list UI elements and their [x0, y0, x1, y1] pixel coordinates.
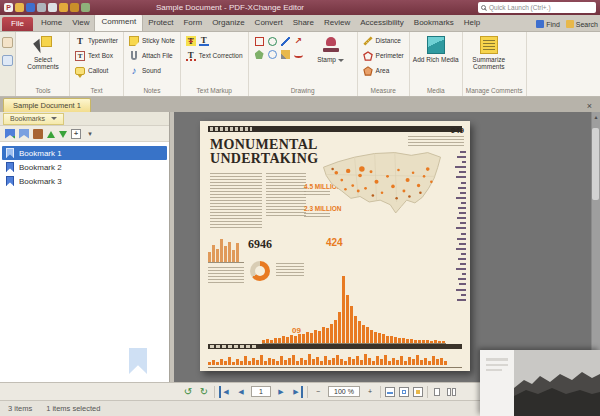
scrollbar-thumb[interactable] [592, 128, 599, 200]
bookmark-item[interactable]: Bookmark 1 [2, 146, 167, 160]
pencil-tool-icon[interactable] [281, 50, 290, 59]
last-page-button[interactable]: ▶ [291, 386, 303, 398]
vertical-scrollbar[interactable]: ▲ ▼ [591, 112, 600, 382]
tab-view[interactable]: View [67, 16, 94, 31]
sound-button[interactable]: ♪Sound [127, 63, 177, 78]
polygon-tool-icon[interactable] [255, 50, 264, 59]
histogram-bar [286, 337, 289, 343]
area-button[interactable]: Area [361, 63, 406, 78]
next-page-button[interactable]: ▶ [275, 386, 287, 398]
histogram-bar [300, 358, 303, 365]
tab-bookmarks[interactable]: Bookmarks [409, 16, 459, 31]
close-document-icon[interactable]: × [582, 101, 597, 112]
ellipse-tool-icon[interactable] [268, 37, 277, 46]
bookmark-icon [6, 162, 14, 172]
document-tab[interactable]: Sample Document 1 [3, 98, 91, 112]
histogram-bar [292, 355, 295, 365]
print-icon[interactable] [37, 3, 46, 12]
add-child-bookmark-icon[interactable] [19, 129, 29, 139]
histogram-bar [416, 355, 419, 365]
email-icon[interactable] [48, 3, 57, 12]
tab-share[interactable]: Share [288, 16, 319, 31]
two-page-view-button[interactable] [446, 387, 456, 397]
strikeout-icon[interactable]: T [186, 36, 196, 46]
single-page-view-button[interactable] [432, 387, 442, 397]
tab-home[interactable]: Home [36, 16, 67, 31]
quick-launch-input[interactable]: Quick Launch (Ctrl+.) [478, 2, 596, 13]
bookmark-icon [6, 176, 14, 186]
add-rich-media-button[interactable]: Add Rich Media [413, 33, 459, 63]
bookmark-item[interactable]: Bookmark 2 [2, 160, 167, 174]
histogram-bar [360, 360, 363, 365]
histogram-bar [378, 333, 381, 343]
redo-icon[interactable] [70, 3, 79, 12]
find-button[interactable]: Find [536, 20, 560, 28]
tab-comment[interactable]: Comment [94, 14, 143, 31]
history-icon[interactable] [81, 3, 90, 12]
rectangle-tool-icon[interactable] [255, 37, 264, 46]
delete-bookmark-icon[interactable] [33, 129, 43, 139]
underline-icon[interactable]: T [199, 36, 209, 46]
zoom-level-box[interactable]: 100 % [328, 386, 360, 397]
sticky-note-button[interactable]: Sticky Note [127, 33, 177, 48]
histogram-bar [244, 356, 247, 365]
open-icon[interactable] [15, 3, 24, 12]
fit-page-button[interactable] [399, 387, 409, 397]
tab-form[interactable]: Form [178, 16, 207, 31]
snapshot-tool-icon[interactable] [2, 55, 13, 66]
scroll-up-icon[interactable]: ▲ [592, 114, 600, 120]
histogram-bar [460, 192, 466, 194]
promote-bookmark-icon[interactable] [47, 131, 55, 138]
fit-visible-button[interactable] [413, 387, 423, 397]
arrow-tool-icon[interactable]: ↗ [294, 37, 303, 46]
histogram-bar [270, 340, 273, 343]
fit-width-button[interactable] [385, 387, 395, 397]
first-page-button[interactable]: ◀ [219, 386, 231, 398]
tab-convert[interactable]: Convert [250, 16, 288, 31]
text-correction-button[interactable]: TText Correction [184, 48, 245, 63]
text-box-button[interactable]: TText Box [73, 48, 120, 63]
callout-button[interactable]: Callout [73, 63, 120, 78]
bookmark-item[interactable]: Bookmark 3 [2, 174, 167, 188]
histogram-bar [458, 207, 466, 209]
rotate-cw-button[interactable]: ↻ [198, 386, 210, 398]
rotate-ccw-button[interactable]: ↺ [182, 386, 194, 398]
stamp-button[interactable]: Stamp [308, 33, 354, 63]
histogram-bar [364, 354, 367, 365]
document-page[interactable]: MONUMENTAL UNDERTAKING 4.5 MILLION 2.3 M… [200, 121, 470, 371]
find-icon [536, 20, 544, 28]
undo-icon[interactable] [59, 3, 68, 12]
line-tool-icon[interactable] [281, 37, 290, 46]
document-area[interactable]: MONUMENTAL UNDERTAKING 4.5 MILLION 2.3 M… [174, 112, 600, 382]
zoom-in-button[interactable]: + [364, 386, 376, 398]
previous-page-button[interactable]: ◀ [235, 386, 247, 398]
tab-file[interactable]: File [2, 17, 33, 31]
tab-organize[interactable]: Organize [207, 16, 249, 31]
attach-file-button[interactable]: Attach File [127, 48, 177, 63]
save-icon[interactable] [26, 3, 35, 12]
hand-tool-icon[interactable] [2, 37, 13, 48]
app-window: P Sample Document - PDF-XChange Editor Q… [0, 0, 600, 416]
histogram-bar [442, 341, 445, 343]
cloud-tool-icon[interactable] [268, 50, 277, 59]
zoom-out-button[interactable]: − [312, 386, 324, 398]
typewriter-button[interactable]: TTypewriter [73, 33, 120, 48]
freehand-tool-icon[interactable] [294, 52, 303, 58]
perimeter-button[interactable]: Perimeter [361, 48, 406, 63]
tab-help[interactable]: Help [459, 16, 485, 31]
search-button[interactable]: Search [566, 20, 598, 28]
select-comments-button[interactable]: Select Comments [20, 33, 66, 70]
demote-bookmark-icon[interactable] [59, 131, 67, 138]
summarize-comments-button[interactable]: Summarize Comments [466, 33, 512, 70]
sticky-note-label: Sticky Note [142, 37, 175, 44]
tab-accessibility[interactable]: Accessibility [355, 16, 409, 31]
expand-all-icon[interactable]: + [71, 129, 81, 139]
tab-review[interactable]: Review [319, 16, 355, 31]
tab-protect[interactable]: Protect [143, 16, 178, 31]
histogram-bar [350, 306, 353, 343]
bookmarks-options-icon[interactable]: ▾ [85, 129, 95, 139]
bookmarks-panel-title[interactable]: Bookmarks [3, 113, 64, 125]
distance-button[interactable]: Distance [361, 33, 406, 48]
add-bookmark-icon[interactable] [5, 129, 15, 139]
page-number-box[interactable]: 1 [251, 386, 271, 397]
